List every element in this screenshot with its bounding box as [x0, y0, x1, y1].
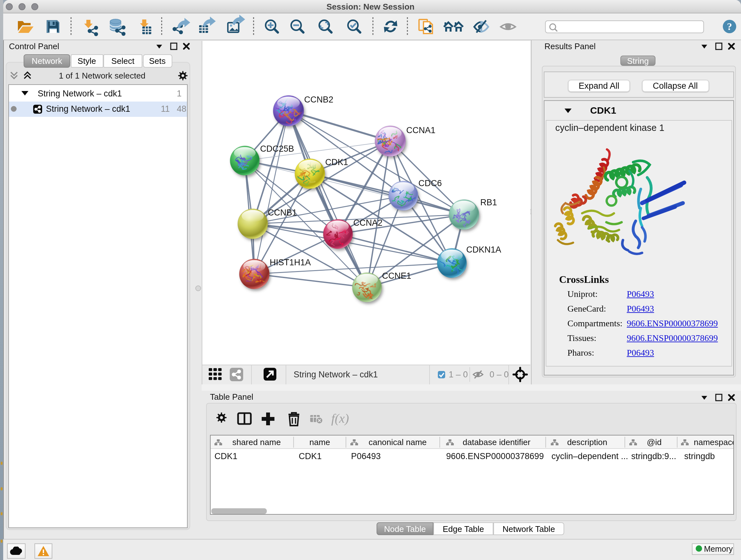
svg-text:CDK1: CDK1 — [325, 157, 348, 167]
svg-text:CCNE1: CCNE1 — [382, 271, 411, 280]
svg-text:CDK1: CDK1 — [214, 451, 238, 461]
svg-text:f(x): f(x) — [331, 411, 349, 426]
svg-text:CCNA2: CCNA2 — [353, 218, 382, 227]
svg-text:HIST1H1A: HIST1H1A — [269, 257, 311, 267]
svg-text:stringdb: stringdb — [684, 451, 715, 461]
svg-text:canonical name: canonical name — [368, 437, 427, 447]
svg-text:stringdb:9...: stringdb:9... — [631, 451, 676, 461]
svg-text:CDC25B: CDC25B — [260, 144, 294, 153]
svg-text:1 – 0: 1 – 0 — [448, 369, 468, 379]
svg-text:P06493: P06493 — [351, 451, 381, 461]
svg-text:description: description — [567, 437, 607, 447]
svg-text:CDC6: CDC6 — [418, 178, 442, 188]
svg-text:database identifier: database identifier — [463, 437, 531, 447]
svg-text:9606.ENSP00000378699: 9606.ENSP00000378699 — [446, 451, 544, 461]
svg-text:CDK1: CDK1 — [299, 451, 322, 461]
svg-text:CCNB1: CCNB1 — [267, 207, 297, 217]
svg-text:shared name: shared name — [232, 437, 281, 447]
svg-text:cyclin–dependent ...: cyclin–dependent ... — [551, 451, 628, 461]
svg-text:name: name — [309, 437, 330, 447]
svg-text:CCNA1: CCNA1 — [406, 125, 435, 135]
svg-text:CCNB2: CCNB2 — [304, 95, 333, 104]
svg-text:CDKN1A: CDKN1A — [466, 245, 501, 254]
svg-text:namespace: namespace — [694, 437, 733, 447]
svg-text:0 – 0: 0 – 0 — [489, 369, 509, 379]
svg-text:@id: @id — [647, 437, 662, 447]
svg-text:RB1: RB1 — [480, 197, 497, 207]
svg-text:String Network – cdk1: String Network – cdk1 — [293, 369, 378, 379]
svg-text:?: ? — [727, 21, 732, 32]
